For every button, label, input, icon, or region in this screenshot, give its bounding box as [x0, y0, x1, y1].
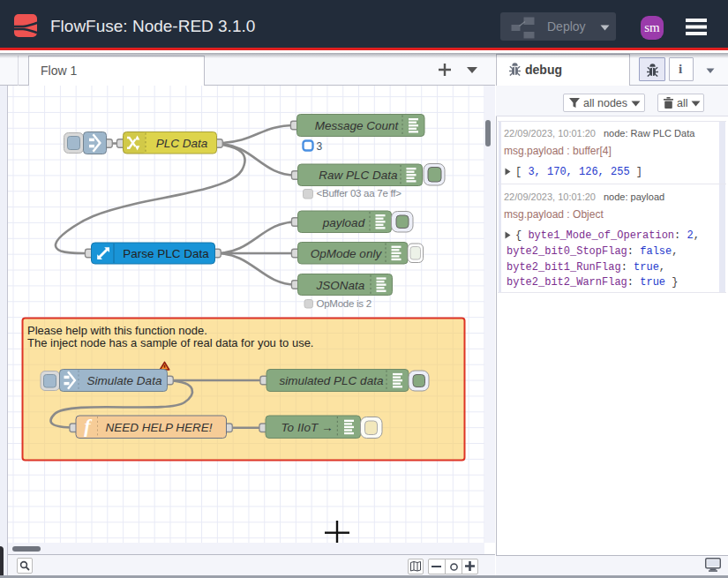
svg-text:OpMode is 2: OpMode is 2	[317, 298, 372, 309]
svg-text:Raw PLC Data: Raw PLC Data	[319, 169, 398, 182]
svg-text:3: 3	[317, 140, 323, 153]
svg-text:simulated PLC data: simulated PLC data	[280, 374, 384, 387]
svg-text:Please help with this function: Please help with this function node.	[27, 324, 207, 337]
svg-text:Simulate Data: Simulate Data	[87, 374, 162, 387]
svg-text:NEED HELP HERE!: NEED HELP HERE!	[105, 421, 212, 434]
svg-text:The inject node has a sample o: The inject node has a sample of real dat…	[27, 336, 313, 349]
svg-text:payload: payload	[322, 216, 365, 229]
svg-text:PLC Data: PLC Data	[156, 137, 208, 150]
svg-text:Message Count: Message Count	[315, 119, 400, 132]
svg-text:JSONata: JSONata	[316, 279, 365, 292]
svg-text:<Buffer 03 aa 7e ff>: <Buffer 03 aa 7e ff>	[317, 188, 402, 199]
svg-text:To IIoT →: To IIoT →	[281, 421, 334, 434]
svg-text:OpMode only: OpMode only	[311, 247, 383, 260]
svg-text:Parse PLC Data: Parse PLC Data	[123, 247, 209, 260]
